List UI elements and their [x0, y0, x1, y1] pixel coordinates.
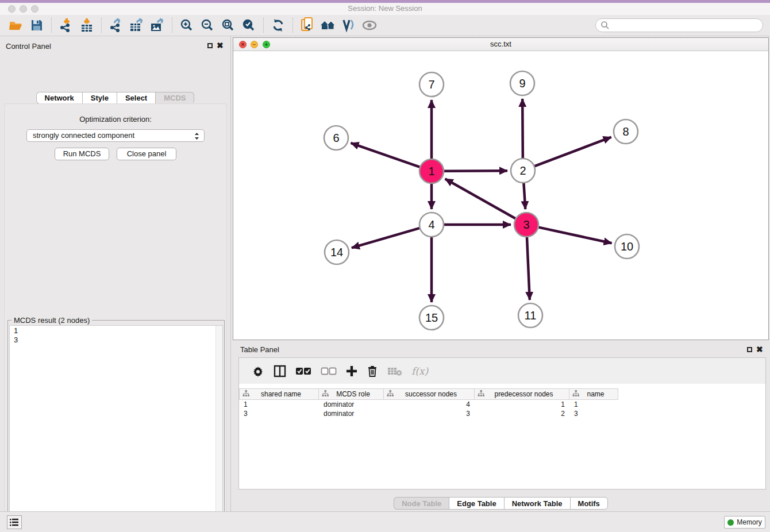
tab-network-table[interactable]: Network Table: [504, 497, 570, 510]
search-input[interactable]: [595, 18, 763, 32]
graph-node-14[interactable]: 14: [325, 240, 349, 264]
result-line: 1: [10, 326, 222, 335]
graph-edge-2-8[interactable]: [535, 137, 611, 167]
graph-node-10[interactable]: 10: [615, 234, 639, 259]
tab-mcds[interactable]: MCDS: [155, 92, 194, 104]
tab-network[interactable]: Network: [36, 92, 82, 104]
graph-node-2[interactable]: 2: [511, 159, 535, 183]
mcds-result-legend: MCDS result (2 nodes): [11, 316, 92, 325]
toolbar-separator: [172, 18, 172, 33]
column-type-icon: [572, 390, 579, 396]
tab-select[interactable]: Select: [117, 92, 155, 104]
tab-motifs[interactable]: Motifs: [570, 497, 608, 510]
table-cell: 3: [569, 409, 618, 418]
delete-icon[interactable]: [367, 363, 378, 380]
tab-edge-table[interactable]: Edge Table: [449, 497, 503, 510]
graph-node-11[interactable]: 11: [518, 303, 542, 327]
open-file-icon[interactable]: [7, 17, 25, 33]
graph-node-6[interactable]: 6: [324, 126, 348, 150]
network-canvas[interactable]: 7968124314101511: [233, 51, 768, 340]
graph-node-1[interactable]: 1: [419, 159, 444, 183]
column-header-name[interactable]: name: [569, 388, 618, 400]
deselect-all-icon[interactable]: [321, 363, 337, 380]
export-table-icon[interactable]: [128, 17, 145, 33]
memory-label: Memory: [737, 518, 761, 526]
optimization-criterion-label: Optimization criterion:: [5, 115, 226, 124]
table-cell: 1: [475, 400, 569, 409]
column-type-icon: [478, 390, 484, 396]
mcds-panel: Optimization criterion: strongly connect…: [4, 103, 227, 532]
graph-node-9[interactable]: 9: [510, 71, 534, 95]
import-table-icon[interactable]: [78, 17, 95, 33]
float-table-panel-icon[interactable]: [747, 347, 752, 352]
float-panel-icon[interactable]: [207, 43, 213, 48]
zoom-fit-icon[interactable]: [220, 17, 237, 33]
column-header-predecessor-nodes[interactable]: predecessor nodes: [475, 388, 569, 400]
node-table-header: shared nameMCDS rolesuccessor nodesprede…: [239, 388, 618, 400]
optimization-criterion-select[interactable]: strongly connected component: [26, 129, 205, 142]
network-graph[interactable]: 7968124314101511: [233, 51, 768, 340]
graph-edge-2-3[interactable]: [523, 183, 525, 209]
column-header-successor-nodes[interactable]: successor nodes: [384, 388, 475, 400]
result-lines: 13: [10, 326, 222, 344]
add-column-icon[interactable]: [346, 363, 357, 380]
function-builder-icon: f(x): [411, 363, 428, 380]
column-header-MCDS-role[interactable]: MCDS role: [319, 388, 384, 400]
graph-node-15[interactable]: 15: [419, 306, 444, 330]
select-all-icon[interactable]: [295, 363, 311, 380]
tab-style[interactable]: Style: [82, 92, 117, 104]
svg-text:9: 9: [519, 77, 525, 90]
graph-edge-1-2[interactable]: [444, 171, 507, 171]
svg-text:10: 10: [621, 240, 633, 253]
eye-icon: [361, 17, 378, 33]
zoom-selected-icon[interactable]: [240, 17, 257, 33]
window-titlebar: Session: New Session: [0, 3, 770, 15]
run-mcds-button[interactable]: Run MCDS: [55, 148, 109, 160]
table-tabs: Node TableEdge TableNetwork TableMotifs: [232, 497, 770, 510]
new-network-icon[interactable]: [299, 17, 316, 33]
network-frame-titlebar[interactable]: × − + scc.txt: [233, 38, 768, 51]
export-network-icon[interactable]: [107, 17, 125, 33]
graph-node-4[interactable]: 4: [419, 213, 444, 237]
graph-edge-3-10[interactable]: [538, 228, 611, 244]
graph-edge-3-1[interactable]: [445, 179, 515, 218]
main-toolbar: [0, 15, 770, 36]
graph-edge-4-14[interactable]: [352, 228, 419, 248]
zoom-out-icon[interactable]: [199, 17, 216, 33]
graph-edge-1-6[interactable]: [351, 143, 419, 167]
table-row[interactable]: 1dominator411: [239, 400, 765, 409]
task-history-button[interactable]: [7, 515, 22, 529]
network-view-frame: × − + scc.txt 7968124314101511: [233, 37, 769, 340]
close-panel-icon[interactable]: ✖: [217, 41, 224, 50]
graph-node-3[interactable]: 3: [514, 213, 538, 237]
memory-button[interactable]: Memory: [724, 516, 765, 529]
save-session-icon[interactable]: [28, 17, 45, 33]
close-table-panel-icon[interactable]: ✖: [756, 345, 763, 354]
toolbar-separator: [101, 18, 102, 33]
graph-edge-2-9[interactable]: [522, 99, 523, 158]
table-cell: dominator: [319, 409, 384, 418]
home-icon[interactable]: [319, 17, 337, 33]
node-table-body: 1dominator4113dominator323: [239, 400, 765, 418]
vizmap-icon[interactable]: [340, 17, 357, 33]
graph-node-7[interactable]: 7: [419, 72, 444, 97]
column-header-shared-name[interactable]: shared name: [239, 388, 319, 400]
refresh-icon[interactable]: [270, 17, 287, 33]
control-panel-tabs: NetworkStyleSelectMCDS: [0, 92, 230, 104]
table-cell: 1: [239, 400, 319, 409]
table-cell: 2: [475, 409, 569, 418]
svg-text:3: 3: [523, 218, 529, 231]
gear-icon[interactable]: [252, 363, 264, 380]
close-panel-button[interactable]: Close panel: [117, 148, 176, 160]
import-network-icon[interactable]: [57, 17, 75, 33]
tab-node-table[interactable]: Node Table: [394, 497, 449, 510]
window-title: Session: New Session: [0, 4, 770, 13]
columns-icon[interactable]: [274, 363, 286, 380]
table-row[interactable]: 3dominator323: [239, 409, 765, 418]
result-scrollbar[interactable]: [215, 326, 222, 532]
mcds-result-list[interactable]: 13: [9, 325, 223, 532]
zoom-in-icon[interactable]: [178, 17, 195, 33]
graph-edge-3-11[interactable]: [527, 237, 530, 300]
export-image-icon[interactable]: [149, 17, 166, 33]
graph-node-8[interactable]: 8: [614, 119, 638, 144]
